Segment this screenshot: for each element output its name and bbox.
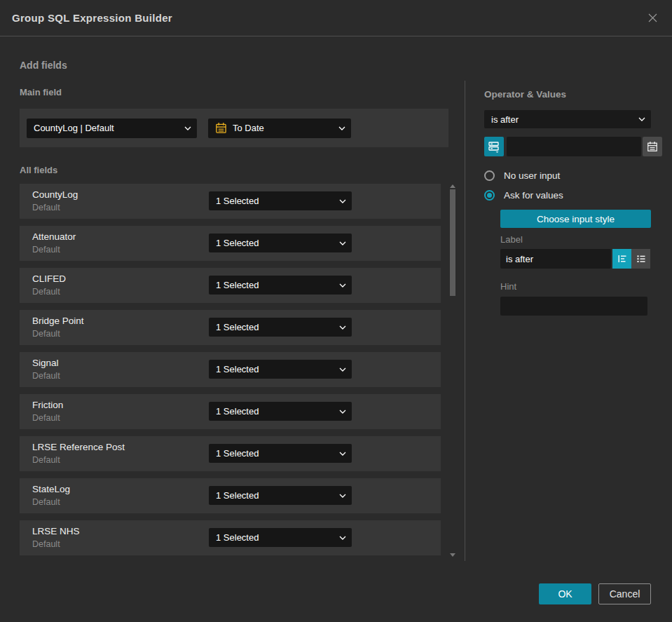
add-fields-heading: Add fields: [20, 60, 67, 71]
value-input[interactable]: [507, 137, 641, 156]
field-selected-dropdown[interactable]: 1 Selected: [209, 360, 352, 379]
dialog-title: Group SQL Expression Builder: [12, 12, 172, 24]
field-selected-value: 1 Selected: [216, 490, 335, 501]
field-row: StateLog Default 1 Selected: [20, 478, 441, 513]
field-selected-dropdown[interactable]: 1 Selected: [209, 276, 352, 295]
field-selected-dropdown[interactable]: 1 Selected: [209, 528, 352, 547]
field-row: Attenuator Default 1 Selected: [20, 226, 441, 261]
cancel-button[interactable]: Cancel: [598, 583, 651, 604]
panel-divider: [465, 81, 465, 561]
hint-input[interactable]: [500, 297, 647, 316]
field-row: CLIFED Default 1 Selected: [20, 268, 441, 303]
operator-select-value: is after: [491, 114, 634, 125]
radio-no-user-input[interactable]: No user input: [484, 170, 652, 181]
footer: OK Cancel: [539, 583, 651, 604]
chevron-down-icon: [339, 325, 346, 330]
scroll-down-icon[interactable]: [450, 553, 455, 557]
chevron-down-icon: [339, 536, 346, 540]
label-row: [500, 249, 652, 269]
all-fields-list: CountyLog Default 1 Selected Attenuator …: [20, 181, 441, 559]
field-selected-value: 1 Selected: [216, 532, 335, 543]
field-row: LRSE NHS Default 1 Selected: [20, 520, 441, 555]
titlebar: Group SQL Expression Builder: [0, 0, 672, 36]
field-selected-value: 1 Selected: [216, 280, 335, 290]
hint-label: Hint: [500, 281, 652, 292]
operator-select[interactable]: is after: [484, 110, 651, 128]
ok-button[interactable]: OK: [539, 583, 591, 604]
operator-values-heading: Operator & Values: [484, 89, 652, 100]
scroll-up-icon[interactable]: [450, 184, 455, 188]
date-field-select-value: To Date: [233, 123, 329, 133]
field-row: LRSE Reference Post Default 1 Selected: [20, 436, 441, 471]
field-row: CountyLog Default 1 Selected: [20, 184, 441, 219]
all-fields-label: All fields: [20, 165, 57, 175]
chevron-down-icon: [339, 367, 346, 372]
chevron-down-icon: [184, 126, 191, 130]
field-selected-dropdown[interactable]: 1 Selected: [209, 234, 352, 252]
radio-circle-icon: [484, 170, 495, 181]
field-selected-value: 1 Selected: [216, 406, 335, 417]
label-field-label: Label: [500, 234, 652, 245]
field-selected-value: 1 Selected: [216, 364, 335, 374]
chevron-down-icon: [339, 241, 346, 245]
field-row: Friction Default 1 Selected: [20, 394, 441, 429]
field-row: Signal Default 1 Selected: [20, 352, 441, 387]
user-input-radios: No user input Ask for values: [484, 170, 652, 201]
text-style-icon: [617, 253, 628, 264]
list-scrollbar[interactable]: [448, 182, 457, 559]
main-field-label: Main field: [20, 87, 62, 97]
main-field-select[interactable]: CountyLog | Default: [27, 119, 197, 138]
operator-values-panel: Operator & Values is after: [484, 89, 652, 316]
radio-ask-for-values[interactable]: Ask for values: [484, 190, 652, 201]
list-style-icon: [636, 253, 647, 264]
label-input[interactable]: [500, 249, 611, 269]
field-selected-dropdown[interactable]: 1 Selected: [209, 402, 352, 421]
calendar-icon: [215, 122, 227, 134]
field-selected-value: 1 Selected: [216, 238, 335, 248]
main-field-panel: CountyLog | Default To Date: [20, 109, 448, 147]
field-row: Bridge Point Default 1 Selected: [20, 310, 441, 345]
field-selected-value: 1 Selected: [216, 448, 335, 459]
field-selected-dropdown[interactable]: 1 Selected: [209, 191, 352, 210]
date-field-select[interactable]: To Date: [208, 119, 351, 138]
main-field-select-value: CountyLog | Default: [34, 123, 180, 133]
scroll-thumb[interactable]: [450, 189, 455, 296]
chevron-down-icon: [338, 126, 345, 130]
set-values-icon: [488, 140, 500, 153]
close-icon[interactable]: [647, 13, 658, 23]
text-style-toggle[interactable]: [612, 249, 631, 269]
field-selected-value: 1 Selected: [216, 322, 335, 332]
chevron-down-icon: [339, 410, 346, 414]
radio-label: No user input: [504, 170, 560, 181]
value-row: [484, 137, 652, 156]
field-selected-value: 1 Selected: [216, 196, 335, 206]
field-selected-dropdown[interactable]: 1 Selected: [209, 486, 352, 505]
radio-label: Ask for values: [504, 190, 563, 201]
field-selected-dropdown[interactable]: 1 Selected: [209, 318, 352, 337]
calendar-button[interactable]: [643, 137, 662, 156]
chevron-down-icon: [339, 494, 346, 498]
calendar-icon: [647, 141, 658, 152]
group-sql-expression-builder-dialog: Group SQL Expression Builder Add fields …: [0, 0, 672, 622]
chevron-down-icon: [339, 452, 346, 456]
chevron-down-icon: [339, 283, 346, 288]
radio-circle-icon: [484, 190, 495, 201]
field-selected-dropdown[interactable]: 1 Selected: [209, 444, 352, 463]
choose-input-style-button[interactable]: Choose input style: [500, 210, 651, 228]
list-style-toggle[interactable]: [631, 249, 650, 269]
set-values-button[interactable]: [484, 137, 504, 156]
chevron-down-icon: [339, 199, 346, 203]
chevron-down-icon: [638, 117, 645, 121]
